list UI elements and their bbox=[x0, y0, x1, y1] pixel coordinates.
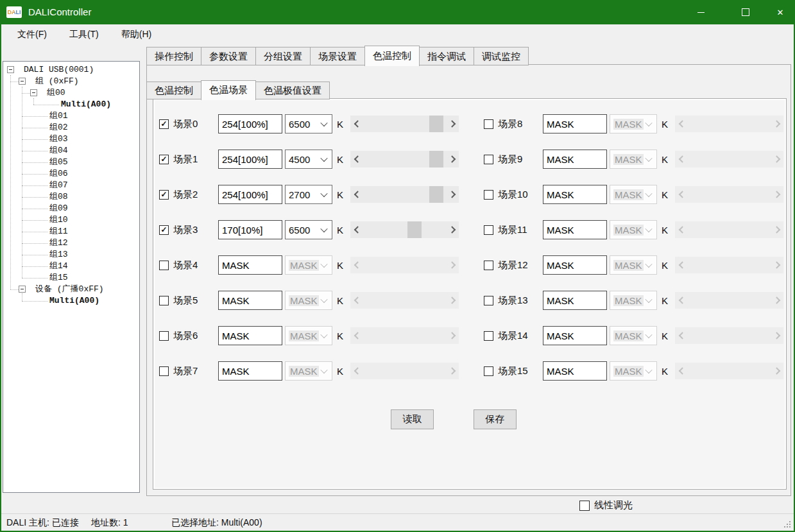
scene-checkbox[interactable]: ✓ bbox=[484, 225, 493, 235]
scene-value-input[interactable] bbox=[218, 291, 282, 310]
cct-dropdown[interactable]: 6500 bbox=[285, 114, 332, 133]
scene-checkbox[interactable]: ✓ bbox=[484, 190, 493, 200]
tree-item[interactable]: 组09 bbox=[3, 203, 139, 214]
resize-grip-icon[interactable] bbox=[789, 526, 791, 528]
menu-item-1[interactable]: 工具(T) bbox=[62, 24, 107, 44]
main-tab-6[interactable]: 调试监控 bbox=[474, 47, 529, 65]
tree-item[interactable]: 组 (0xFF) bbox=[3, 76, 139, 87]
tree-item[interactable]: 组10 bbox=[3, 214, 139, 226]
scroll-right-icon[interactable] bbox=[447, 186, 458, 203]
linear-dimming-checkbox[interactable]: ✓ bbox=[579, 501, 590, 511]
tree-item[interactable]: 组12 bbox=[3, 237, 139, 249]
scene-checkbox[interactable]: ✓ bbox=[159, 296, 169, 305]
cct-scrollbar[interactable] bbox=[350, 292, 459, 309]
main-tab-5[interactable]: 指令调试 bbox=[419, 47, 474, 65]
sub-tab-1[interactable]: 色温场景 bbox=[201, 80, 256, 100]
tree-item[interactable]: 组13 bbox=[3, 249, 139, 261]
tree-item-label[interactable]: 组04 bbox=[49, 145, 68, 157]
main-tab-2[interactable]: 分组设置 bbox=[255, 47, 311, 65]
tree-collapse-icon[interactable] bbox=[19, 78, 26, 85]
tree-item-label[interactable]: Multi(A00) bbox=[61, 99, 111, 110]
cct-scrollbar[interactable] bbox=[350, 151, 459, 167]
cct-dropdown[interactable]: MASK bbox=[610, 291, 657, 310]
scroll-right-icon[interactable] bbox=[772, 257, 783, 273]
tree-item[interactable]: 组01 bbox=[3, 110, 139, 122]
tree-item-label[interactable]: 组02 bbox=[49, 122, 68, 133]
maximize-button[interactable] bbox=[731, 0, 760, 24]
menu-item-2[interactable]: 帮助(H) bbox=[114, 24, 159, 44]
tree-item[interactable]: 组07 bbox=[3, 180, 139, 191]
scroll-right-icon[interactable] bbox=[772, 363, 783, 379]
scene-value-input[interactable] bbox=[543, 255, 607, 275]
tree-collapse-icon[interactable] bbox=[30, 89, 37, 96]
minimize-button[interactable] bbox=[686, 0, 715, 24]
tree-item[interactable]: 设备 (广播0xFF) bbox=[3, 284, 139, 295]
tree-item-label[interactable]: 组15 bbox=[49, 272, 68, 284]
scroll-right-icon[interactable] bbox=[447, 292, 458, 309]
scrollbar-thumb[interactable] bbox=[429, 116, 443, 132]
scene-value-input[interactable] bbox=[543, 150, 607, 169]
scroll-right-icon[interactable] bbox=[447, 363, 458, 379]
scene-value-input[interactable] bbox=[218, 114, 282, 133]
sub-tab-2[interactable]: 色温极值设置 bbox=[255, 82, 330, 99]
scene-checkbox[interactable]: ✓ bbox=[484, 155, 493, 164]
scene-checkbox[interactable]: ✓ bbox=[159, 261, 169, 270]
tree-item[interactable]: 组05 bbox=[3, 157, 139, 168]
scene-checkbox[interactable]: ✓ bbox=[159, 119, 169, 129]
scrollbar-thumb[interactable] bbox=[407, 221, 422, 238]
tree-item[interactable]: 组00 bbox=[3, 87, 139, 99]
scroll-left-icon[interactable] bbox=[676, 257, 687, 273]
read-button[interactable]: 读取 bbox=[391, 409, 434, 429]
cct-scrollbar[interactable] bbox=[675, 292, 783, 309]
tree-item-label[interactable]: 组11 bbox=[49, 226, 68, 237]
cct-dropdown[interactable]: 2700 bbox=[285, 185, 332, 204]
scroll-left-icon[interactable] bbox=[676, 221, 687, 238]
tree-item-label[interactable]: 组08 bbox=[49, 191, 68, 203]
main-tab-3[interactable]: 场景设置 bbox=[310, 47, 365, 65]
cct-scrollbar[interactable] bbox=[350, 363, 459, 379]
scroll-right-icon[interactable] bbox=[772, 151, 783, 167]
cct-scrollbar[interactable] bbox=[675, 363, 783, 379]
cct-scrollbar[interactable] bbox=[675, 116, 783, 132]
scroll-left-icon[interactable] bbox=[676, 186, 687, 203]
tree-item[interactable]: 组03 bbox=[3, 133, 139, 145]
tree-item[interactable]: Multi(A00) bbox=[3, 99, 139, 110]
scene-checkbox[interactable]: ✓ bbox=[159, 225, 169, 235]
scroll-right-icon[interactable] bbox=[772, 186, 783, 203]
cct-dropdown[interactable]: 4500 bbox=[285, 150, 332, 169]
tree-item-label[interactable]: 组01 bbox=[49, 110, 68, 122]
tree-item[interactable]: DALI USB(0001) bbox=[3, 64, 139, 76]
scroll-right-icon[interactable] bbox=[447, 327, 458, 344]
tree-item[interactable]: 组02 bbox=[3, 122, 139, 133]
cct-scrollbar[interactable] bbox=[675, 186, 783, 203]
tree-item-label[interactable]: 组06 bbox=[49, 168, 68, 180]
scene-checkbox[interactable]: ✓ bbox=[484, 296, 493, 305]
cct-scrollbar[interactable] bbox=[350, 327, 459, 344]
tree-item[interactable]: 组14 bbox=[3, 261, 139, 272]
tree-item-label[interactable]: 设备 (广播0xFF) bbox=[35, 284, 104, 295]
cct-scrollbar[interactable] bbox=[675, 221, 783, 238]
tree-item-label[interactable]: 组03 bbox=[49, 133, 68, 145]
scene-checkbox[interactable]: ✓ bbox=[484, 366, 493, 376]
cct-dropdown[interactable]: MASK bbox=[610, 114, 657, 133]
scene-checkbox[interactable]: ✓ bbox=[484, 261, 493, 270]
cct-dropdown[interactable]: MASK bbox=[610, 255, 657, 275]
cct-scrollbar[interactable] bbox=[350, 116, 459, 132]
cct-scrollbar[interactable] bbox=[350, 257, 459, 273]
sub-tab-0[interactable]: 色温控制 bbox=[146, 82, 201, 99]
cct-scrollbar[interactable] bbox=[675, 151, 783, 167]
scroll-left-icon[interactable] bbox=[676, 292, 687, 309]
scene-checkbox[interactable]: ✓ bbox=[159, 366, 169, 376]
save-button[interactable]: 保存 bbox=[474, 409, 517, 429]
scroll-left-icon[interactable] bbox=[351, 327, 362, 344]
tree-item[interactable]: 组04 bbox=[3, 145, 139, 157]
tree-item-label[interactable]: 组13 bbox=[49, 249, 68, 261]
tree-item-label[interactable]: 组07 bbox=[49, 180, 68, 191]
tree-collapse-icon[interactable] bbox=[19, 286, 26, 293]
cct-scrollbar[interactable] bbox=[675, 327, 783, 344]
scroll-left-icon[interactable] bbox=[351, 151, 362, 167]
cct-dropdown[interactable]: MASK bbox=[285, 361, 332, 381]
device-tree[interactable]: DALI USB(0001) 组 (0xFF) 组00 Multi(A00) 组… bbox=[3, 61, 140, 493]
scene-checkbox[interactable]: ✓ bbox=[159, 331, 169, 341]
cct-dropdown[interactable]: MASK bbox=[285, 326, 332, 345]
